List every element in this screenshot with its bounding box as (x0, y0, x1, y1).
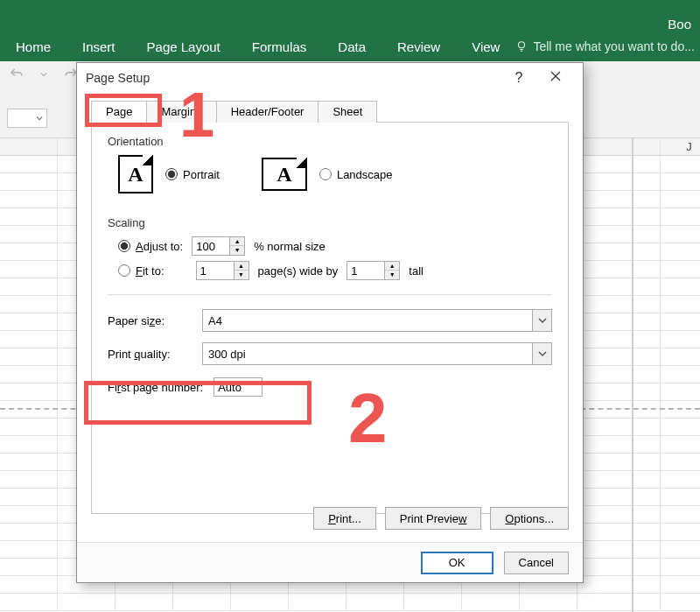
col-header[interactable] (0, 138, 58, 155)
adjust-to-spinner[interactable]: ▲▼ (192, 236, 245, 256)
chevron-down-icon (538, 349, 547, 358)
tab-margins[interactable]: Margins (146, 101, 216, 123)
fit-wide-spinner[interactable]: ▲▼ (196, 261, 249, 280)
landscape-icon: A (262, 158, 307, 191)
fit-tall-spinner[interactable]: ▲▼ (346, 261, 400, 280)
app-titlebar: Boo (0, 0, 700, 32)
spin-up-icon[interactable]: ▲ (385, 262, 399, 271)
ribbon-tab-review[interactable]: Review (382, 32, 456, 61)
dropdown-button[interactable] (532, 310, 551, 331)
ribbon-tabs: Home Insert Page Layout Formulas Data Re… (0, 32, 700, 61)
tab-page[interactable]: Page (91, 101, 147, 123)
paper-size-value: A4 (208, 314, 222, 327)
portrait-icon: A (118, 155, 153, 193)
adjust-to-suffix: % normal size (254, 240, 326, 253)
orientation-section-title: Orientation (108, 135, 552, 148)
ribbon-tab-view[interactable]: View (456, 32, 515, 61)
print-quality-label: Print quality: (108, 348, 202, 361)
name-box[interactable] (7, 109, 47, 128)
undo-icon[interactable] (9, 67, 24, 82)
ribbon-tab-home[interactable]: Home (0, 32, 66, 61)
col-header[interactable]: J (661, 138, 700, 155)
fit-to-radio[interactable]: Fit to: (118, 264, 164, 278)
fit-to-label: Fit to: (136, 264, 164, 278)
app-title: Boo (668, 17, 691, 32)
ribbon-tab-formulas[interactable]: Formulas (236, 32, 323, 61)
fit-wide-suffix: page(s) wide by (258, 264, 339, 278)
lightbulb-icon (515, 40, 528, 53)
dialog-tabs: Page Margins Header/Footer Sheet (91, 100, 569, 122)
tell-me-label: Tell me what you want to do... (533, 39, 694, 53)
portrait-radio-input[interactable] (165, 168, 178, 180)
ribbon-tab-pagelayout[interactable]: Page Layout (131, 32, 236, 61)
scaling-section-title: Scaling (108, 216, 552, 229)
print-quality-select[interactable]: 300 dpi (202, 342, 552, 365)
fit-to-radio-input[interactable] (118, 264, 130, 277)
tab-header-footer[interactable]: Header/Footer (216, 101, 319, 123)
print-quality-value: 300 dpi (208, 348, 246, 361)
ribbon-tab-insert[interactable]: Insert (66, 32, 131, 61)
close-icon (550, 70, 562, 82)
paper-size-label: Paper size: (108, 314, 202, 327)
adjust-to-radio-input[interactable] (118, 240, 130, 252)
fit-wide-input[interactable] (196, 261, 234, 280)
ribbon-tab-data[interactable]: Data (322, 32, 382, 61)
options-button[interactable]: Options... (490, 507, 569, 530)
ok-button[interactable]: OK (421, 552, 494, 574)
tell-me-box[interactable]: Tell me what you want to do... (515, 39, 694, 53)
chevron-down-icon[interactable] (40, 71, 47, 78)
page-setup-dialog: Page Setup ? Page Margins Header/Footer … (76, 62, 584, 583)
paper-size-select[interactable]: A4 (202, 309, 552, 332)
spin-down-icon[interactable]: ▼ (385, 271, 399, 279)
fit-tall-input[interactable] (346, 261, 385, 280)
landscape-radio[interactable]: Landscape (319, 168, 393, 181)
tab-panel-page: Orientation A Portrait A Landscape (91, 122, 569, 514)
dialog-title: Page Setup (86, 71, 150, 85)
spin-up-icon[interactable]: ▲ (230, 237, 244, 246)
tab-sheet[interactable]: Sheet (318, 101, 377, 123)
adjust-to-label: Adjust to: (136, 240, 183, 253)
spin-down-icon[interactable]: ▼ (234, 271, 248, 279)
chevron-down-icon (538, 316, 547, 325)
col-header[interactable] (578, 138, 661, 155)
spin-up-icon[interactable]: ▲ (234, 262, 248, 271)
dropdown-button[interactable] (532, 343, 551, 364)
spin-down-icon[interactable]: ▼ (230, 246, 244, 255)
landscape-label: Landscape (337, 168, 393, 181)
first-page-number-label: First page number: (108, 381, 203, 394)
help-button[interactable]: ? (500, 70, 537, 86)
adjust-to-radio[interactable]: Adjust to: (118, 240, 183, 253)
svg-point-0 (519, 42, 525, 48)
adjust-to-input[interactable] (192, 236, 230, 256)
print-button[interactable]: Print... (313, 507, 376, 530)
cancel-button[interactable]: Cancel (504, 552, 569, 574)
portrait-label: Portrait (183, 168, 220, 181)
close-button[interactable] (537, 70, 574, 86)
landscape-radio-input[interactable] (319, 168, 332, 180)
chevron-down-icon (36, 115, 43, 122)
portrait-radio[interactable]: Portrait (165, 168, 220, 181)
fit-tall-suffix: tall (409, 264, 424, 278)
first-page-number-input[interactable] (214, 377, 262, 397)
print-preview-button[interactable]: Print Preview (385, 507, 482, 530)
